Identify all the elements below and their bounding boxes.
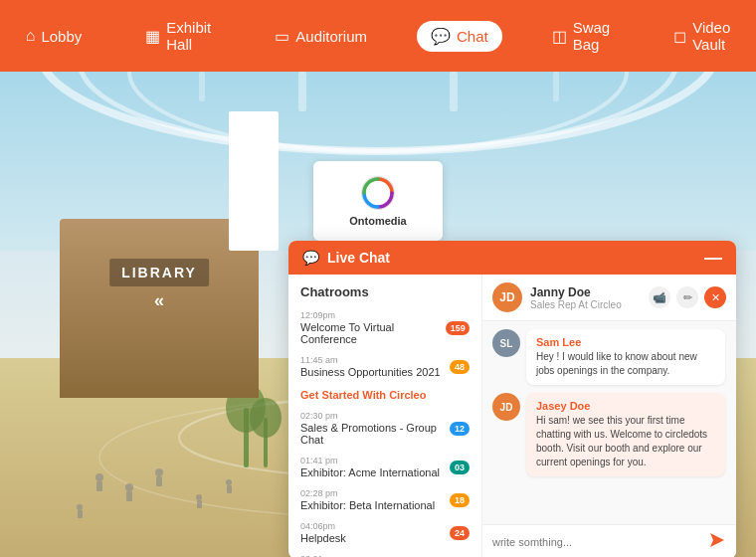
- message-sender-sam: Sam Lee: [536, 336, 715, 348]
- chatroom-acme-info: 01:41 pm Exhibitor: Acme International: [300, 456, 440, 478]
- live-chat-body: Chatrooms 12:09pm Welcome To Virtual Con…: [288, 275, 736, 557]
- jasey-avatar: JD: [492, 393, 520, 421]
- svg-rect-20: [227, 485, 232, 493]
- contact-details: Janny Doe Sales Rep At Circleo: [530, 285, 622, 310]
- contact-actions: 📹 ✏ ✕: [649, 286, 726, 308]
- chatroom-welcome[interactable]: 12:09pm Welcome To Virtual Conference 15…: [288, 305, 481, 350]
- chat-input-area: [482, 524, 736, 557]
- chat-messages-panel: JD Janny Doe Sales Rep At Circleo 📹 ✏ ✕: [482, 275, 736, 557]
- billboard-company-name: Ontomedia: [349, 215, 406, 227]
- chatroom-welcome-badge: 159: [446, 321, 470, 335]
- chatroom-beta-badge: 18: [450, 493, 470, 507]
- edit-button[interactable]: ✏: [676, 286, 698, 308]
- chatrooms-panel: Chatrooms 12:09pm Welcome To Virtual Con…: [288, 275, 482, 557]
- video-icon: ◻: [673, 27, 686, 46]
- chatroom-business-badge: 48: [450, 360, 470, 374]
- nav-exhibit-label: Exhibit Hall: [166, 19, 211, 53]
- send-icon: [708, 531, 726, 549]
- message-item-jasey: JD Jasey Doe Hi sam! we see this your fi…: [492, 393, 726, 476]
- billboard-logo-icon: [360, 175, 396, 211]
- nav-swag-bag[interactable]: ◫ Swag Bag: [538, 13, 625, 59]
- chatroom-feedback[interactable]: 02:01pm General Feedback 28: [288, 549, 481, 557]
- main-area: LIBRARY « Ontomedia 💬 Live Chat: [0, 72, 756, 557]
- chatroom-helpdesk-badge: 24: [450, 526, 470, 540]
- message-text-sam: Hey ! I would like to know about new job…: [536, 350, 715, 378]
- live-chat-header-left: 💬 Live Chat: [302, 250, 390, 266]
- center-billboard: Ontomedia: [313, 161, 443, 241]
- svg-point-15: [155, 468, 163, 476]
- chatroom-sales-info: 02:30 pm Sales & Promotions - Group Chat: [300, 411, 450, 446]
- svg-point-17: [196, 494, 202, 500]
- chatroom-get-started[interactable]: Get Started With Circleo: [288, 383, 481, 406]
- chat-icon: 💬: [431, 27, 451, 46]
- sam-avatar: SL: [492, 329, 520, 357]
- chatroom-acme[interactable]: 01:41 pm Exhibitor: Acme International 0…: [288, 451, 481, 483]
- contact-role: Sales Rep At Circleo: [530, 299, 622, 310]
- minimize-button[interactable]: —: [704, 249, 722, 267]
- exhibit-icon: ▦: [145, 27, 160, 46]
- chatroom-acme-badge: 03: [450, 461, 470, 474]
- nav-chat-label: Chat: [457, 28, 488, 45]
- video-call-button[interactable]: 📹: [649, 286, 670, 308]
- nav-video-label: Video Vault: [692, 19, 730, 53]
- svg-rect-14: [126, 491, 132, 501]
- chatroom-business[interactable]: 11:45 am Business Opportunities 2021 48: [288, 350, 481, 383]
- svg-point-13: [125, 483, 133, 491]
- messages-list: SL Sam Lee Hey ! I would like to know ab…: [482, 321, 736, 524]
- message-bubble-sam: Sam Lee Hey ! I would like to know about…: [526, 329, 725, 385]
- chat-contact-info: JD Janny Doe Sales Rep At Circleo: [492, 282, 622, 312]
- svg-point-21: [77, 504, 83, 510]
- swag-icon: ◫: [552, 27, 567, 46]
- svg-rect-7: [553, 72, 559, 101]
- svg-point-11: [95, 473, 103, 481]
- home-icon: ⌂: [26, 27, 36, 45]
- chatroom-business-info: 11:45 am Business Opportunities 2021: [300, 355, 441, 378]
- chat-contact-header: JD Janny Doe Sales Rep At Circleo 📹 ✏ ✕: [482, 275, 736, 321]
- chatrooms-title: Chatrooms: [288, 275, 481, 305]
- chatroom-helpdesk-info: 04:06pm Helpdesk: [300, 521, 346, 544]
- nav-lobby-label: Lobby: [41, 28, 82, 45]
- svg-point-26: [250, 398, 282, 438]
- svg-rect-4: [298, 72, 306, 111]
- nav-swag-label: Swag Bag: [573, 19, 611, 53]
- chatroom-helpdesk[interactable]: 04:06pm Helpdesk 24: [288, 516, 481, 549]
- svg-rect-6: [199, 72, 205, 101]
- live-chat-title: Live Chat: [327, 250, 390, 266]
- chatroom-getstarted-info: Get Started With Circleo: [300, 388, 426, 401]
- nav-video-vault[interactable]: ◻ Video Vault: [660, 13, 744, 59]
- contact-name: Janny Doe: [530, 285, 622, 299]
- message-item-sam: SL Sam Lee Hey ! I would like to know ab…: [492, 329, 726, 385]
- contact-avatar: JD: [492, 282, 522, 312]
- message-sender-jasey: Jasey Doe: [536, 400, 715, 412]
- nav-chat[interactable]: 💬 Chat: [417, 21, 502, 52]
- svg-rect-16: [156, 476, 162, 486]
- library-arrows: «: [154, 290, 164, 311]
- live-chat-header: 💬 Live Chat —: [288, 241, 736, 275]
- chat-message-input[interactable]: [492, 536, 702, 548]
- nav-lobby[interactable]: ⌂ Lobby: [12, 21, 96, 51]
- nav-auditorium-label: Auditorium: [295, 28, 367, 45]
- live-chat-icon: 💬: [302, 250, 319, 266]
- message-text-jasey: Hi sam! we see this your first time chat…: [536, 414, 715, 469]
- chatroom-sales-badge: 12: [450, 422, 470, 436]
- nav-exhibit-hall[interactable]: ▦ Exhibit Hall: [131, 13, 225, 59]
- chatroom-welcome-info: 12:09pm Welcome To Virtual Conference: [300, 310, 446, 345]
- send-message-button[interactable]: [708, 531, 726, 553]
- live-chat-panel: 💬 Live Chat — Chatrooms 12:09pm Welcome …: [288, 241, 736, 557]
- svg-rect-12: [96, 481, 102, 491]
- svg-marker-30: [710, 533, 724, 547]
- message-bubble-jasey: Jasey Doe Hi sam! we see this your first…: [526, 393, 725, 476]
- svg-rect-18: [197, 500, 202, 508]
- svg-point-19: [226, 479, 232, 485]
- chatroom-beta-info: 02:28 pm Exhibitor: Beta International: [300, 488, 435, 511]
- svg-point-27: [362, 177, 394, 209]
- library-sign: LIBRARY: [109, 259, 209, 286]
- auditorium-icon: ▭: [275, 27, 289, 46]
- chatroom-beta[interactable]: 02:28 pm Exhibitor: Beta International 1…: [288, 483, 481, 516]
- svg-rect-5: [450, 72, 458, 111]
- svg-rect-22: [78, 510, 83, 518]
- nav-auditorium[interactable]: ▭ Auditorium: [261, 21, 381, 52]
- top-navigation: ⌂ Lobby ▦ Exhibit Hall ▭ Auditorium 💬 Ch…: [0, 0, 756, 72]
- close-chat-button[interactable]: ✕: [704, 286, 726, 308]
- chatroom-sales[interactable]: 02:30 pm Sales & Promotions - Group Chat…: [288, 406, 481, 451]
